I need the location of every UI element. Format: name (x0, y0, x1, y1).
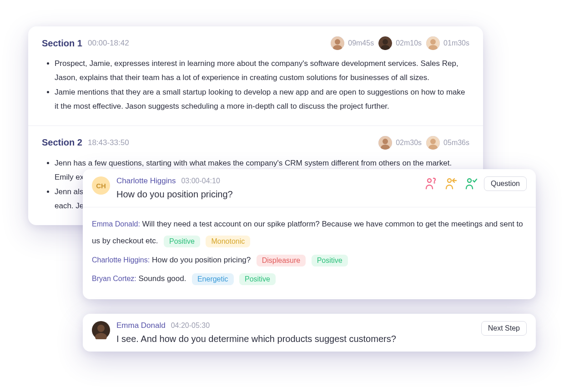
svg-point-4 (383, 39, 388, 45)
participant-time: 02m10s (396, 39, 422, 47)
svg-point-13 (430, 139, 436, 144)
snippet-timerange: 04:20-05:30 (171, 322, 210, 330)
section-timerange: 00:00-18:42 (88, 39, 129, 48)
participant: 05m36s (426, 136, 469, 150)
section-1: Section 1 00:00-18:42 09m45s 02m10s (28, 26, 483, 126)
sentiment-tag[interactable]: Positive (164, 236, 200, 247)
participant-time: 02m30s (396, 139, 422, 147)
transcript-text: How do you position pricing? (150, 256, 251, 264)
svg-point-18 (468, 179, 471, 182)
participant-time: 01m30s (443, 39, 469, 47)
snippet-speaker: Emma Donald (116, 321, 166, 330)
snippet-meta: Charlotte Higgins 03:00-04:10 How do you… (116, 176, 418, 200)
avatar (378, 136, 392, 150)
transcript-text: Will they need a test account on our spi… (92, 220, 523, 245)
transcript-line: Charlotte Higgins: How do you position p… (92, 251, 527, 268)
nextstep-tag-button[interactable]: Next Step (481, 321, 527, 336)
section-bullet: Prospect, Jamie, expresses interest in l… (55, 56, 469, 85)
sentiment-tag[interactable]: Energetic (192, 273, 234, 285)
person-reply-icon[interactable] (444, 177, 458, 191)
participant-time: 05m36s (443, 139, 469, 147)
snippet-question: I see. And how do you determine which pr… (116, 334, 475, 344)
avatar (378, 36, 392, 50)
participant: 01m30s (426, 36, 469, 50)
section-bullets: Prospect, Jamie, expresses interest in l… (42, 56, 469, 114)
avatar (426, 36, 440, 50)
section-timerange: 18:43-33:50 (88, 138, 129, 147)
participant-time: 09m45s (348, 39, 374, 47)
svg-point-7 (430, 39, 436, 45)
section-header: Section 2 18:43-33:50 02m30s 05m36s (42, 136, 469, 150)
section-bullet: Jamie mentions that they are a small sta… (55, 85, 469, 114)
avatar (426, 136, 440, 150)
svg-point-16 (434, 182, 434, 183)
snippet-actions: Question (424, 176, 527, 191)
avatar-initials: CH (92, 176, 110, 195)
snippet-meta: Emma Donald 04:20-05:30 I see. And how d… (116, 321, 475, 344)
snippet-card-question: CH Charlotte Higgins 03:00-04:10 How do … (83, 169, 536, 299)
snippet-header: Emma Donald 04:20-05:30 I see. And how d… (83, 314, 536, 352)
section-participants: 09m45s 02m10s 01m30s (331, 36, 469, 50)
person-question-icon[interactable] (424, 177, 438, 191)
sentiment-tag[interactable]: Positive (239, 273, 276, 285)
svg-point-1 (335, 39, 340, 45)
avatar (92, 321, 110, 339)
sentiment-tag[interactable]: Displeasure (257, 255, 306, 266)
transcript-speaker: Bryan Cortez: (92, 275, 136, 282)
snippet-body: Emma Donald: Will they need a test accou… (83, 207, 536, 299)
snippet-header: CH Charlotte Higgins 03:00-04:10 How do … (83, 169, 536, 207)
participant: 02m10s (378, 36, 422, 50)
svg-point-20 (97, 325, 105, 332)
svg-point-10 (383, 139, 388, 144)
snippet-card-nextstep: Emma Donald 04:20-05:30 I see. And how d… (83, 314, 536, 352)
sentiment-tag[interactable]: Positive (312, 255, 348, 266)
person-check-icon[interactable] (464, 177, 478, 191)
snippet-question: How do you position pricing? (116, 189, 418, 200)
transcript-text: Sounds good. (136, 274, 186, 283)
participant: 02m30s (378, 136, 422, 150)
section-title: Section 2 (42, 137, 82, 148)
transcript-speaker: Charlotte Higgins: (92, 256, 150, 264)
section-participants: 02m30s 05m36s (378, 136, 469, 150)
section-header: Section 1 00:00-18:42 09m45s 02m10s (42, 36, 469, 50)
participant: 09m45s (331, 36, 374, 50)
transcript-line: Bryan Cortez: Sounds good. Energetic Pos… (92, 270, 527, 287)
section-title: Section 1 (42, 38, 82, 49)
transcript-line: Emma Donald: Will they need a test accou… (92, 216, 527, 250)
transcript-speaker: Emma Donald: (92, 220, 140, 228)
snippet-actions: Next Step (481, 321, 527, 336)
sentiment-tag[interactable]: Monotonic (206, 236, 250, 247)
svg-point-17 (448, 179, 451, 182)
snippet-timerange: 03:00-04:10 (181, 177, 220, 185)
avatar (331, 36, 344, 50)
svg-point-15 (428, 179, 431, 182)
snippet-speaker: Charlotte Higgins (116, 176, 176, 186)
question-tag-button[interactable]: Question (484, 176, 527, 191)
